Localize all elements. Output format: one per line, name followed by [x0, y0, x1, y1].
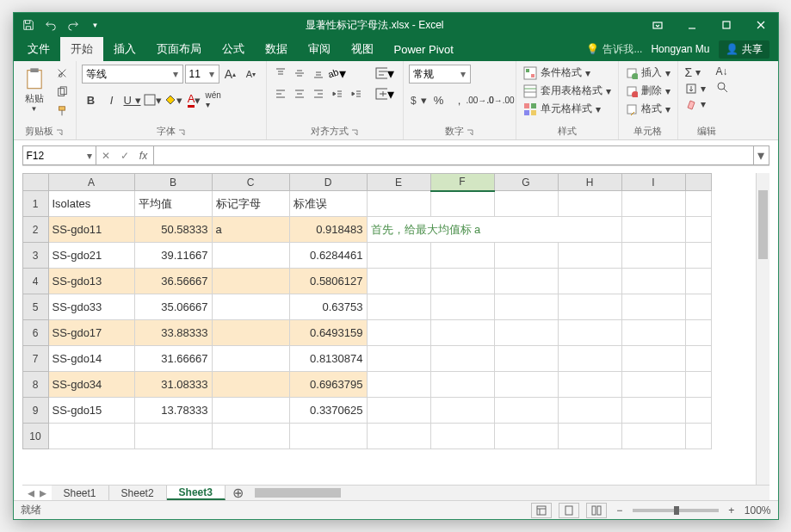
sheet-tab[interactable]: Sheet3	[167, 486, 226, 500]
row-header[interactable]: 10	[22, 424, 48, 449]
cell[interactable]: 标记字母	[212, 191, 289, 217]
format-cells-button[interactable]: 格式 ▾	[624, 101, 672, 117]
fill-button[interactable]: ▾	[683, 82, 708, 96]
cell[interactable]: 0.6284461	[289, 243, 367, 269]
zoom-level[interactable]: 100%	[745, 504, 771, 517]
font-launcher[interactable]	[177, 127, 186, 136]
new-sheet-button[interactable]: ⊕	[226, 486, 251, 500]
row-header[interactable]: 9	[22, 398, 48, 424]
row-header[interactable]: 1	[22, 191, 48, 217]
cell[interactable]	[621, 191, 685, 217]
wrap-text-button[interactable]: ▾	[372, 65, 398, 82]
user-name[interactable]: Hongyan Mu	[651, 43, 709, 55]
decrease-decimal-button[interactable]: .0→.00	[491, 90, 510, 109]
sheet-tab[interactable]: Sheet1	[52, 486, 109, 500]
table-row[interactable]: 6 SS-gdo1733.883330.6493159	[22, 320, 711, 346]
sheet-nav-buttons[interactable]: ◂▸	[22, 486, 52, 500]
format-as-table-button[interactable]: 套用表格格式 ▾	[522, 83, 613, 99]
col-header-g[interactable]: G	[494, 174, 558, 191]
table-row[interactable]: 7 SS-gdo1431.666670.8130874	[22, 346, 711, 372]
zoom-slider[interactable]	[633, 509, 719, 512]
cell[interactable]: 39.11667	[134, 243, 212, 269]
align-left-button[interactable]	[272, 85, 289, 102]
row-header[interactable]: 8	[22, 372, 48, 398]
table-row[interactable]: 1 Isolates 平均值 标记字母 标准误	[22, 191, 711, 217]
decrease-indent-button[interactable]	[329, 85, 346, 102]
table-row[interactable]: 9 SS-gdo1513.783330.3370625	[22, 398, 711, 424]
delete-cells-button[interactable]: 删除 ▾	[624, 83, 672, 99]
tab-powerpivot[interactable]: Power Pivot	[384, 37, 464, 61]
column-headers[interactable]: A B C D E F G H I	[22, 174, 711, 191]
tab-data[interactable]: 数据	[255, 37, 298, 61]
col-header-f[interactable]: F	[430, 174, 494, 191]
font-name-combo[interactable]: 等线▾	[82, 65, 183, 84]
cell[interactable]: SS-gdo11	[48, 217, 134, 243]
col-header-e[interactable]: E	[367, 174, 430, 191]
tab-insert[interactable]: 插入	[103, 37, 146, 61]
border-button[interactable]: ▾	[144, 90, 163, 109]
table-row[interactable]: 2 SS-gdo11 50.58333 a 0.918483 首先，给最大均值标…	[22, 217, 711, 243]
close-button[interactable]	[744, 13, 778, 37]
tell-me-search[interactable]: 💡 告诉我...	[586, 42, 642, 57]
normal-view-button[interactable]	[531, 503, 552, 518]
page-layout-view-button[interactable]	[559, 503, 579, 518]
minimize-button[interactable]	[675, 13, 709, 37]
insert-cells-button[interactable]: 插入 ▾	[624, 65, 672, 81]
annotation-cell[interactable]: 首先，给最大均值标 a	[367, 217, 621, 243]
col-header-c[interactable]: C	[212, 174, 289, 191]
cell[interactable]: SS-gdo21	[48, 243, 134, 269]
row-header[interactable]: 4	[22, 269, 48, 294]
tab-file[interactable]: 文件	[17, 37, 60, 61]
col-header-h[interactable]: H	[558, 174, 621, 191]
tab-home[interactable]: 开始	[60, 37, 103, 61]
row-header[interactable]: 5	[22, 294, 48, 320]
cell[interactable]: 平均值	[134, 191, 212, 217]
percent-button[interactable]: %	[429, 90, 448, 109]
cell[interactable]: 0.918483	[289, 217, 367, 243]
cell[interactable]: Isolates	[48, 191, 134, 217]
align-launcher[interactable]	[350, 127, 359, 136]
col-header-d[interactable]: D	[289, 174, 367, 191]
cell[interactable]: 标准误	[289, 191, 367, 217]
zoom-in-button[interactable]: +	[726, 504, 738, 517]
row-header[interactable]: 3	[22, 243, 48, 269]
sheet-tab[interactable]: Sheet2	[109, 486, 167, 500]
accounting-button[interactable]: $▾	[409, 90, 428, 109]
horizontal-scrollbar[interactable]	[251, 486, 769, 500]
align-top-button[interactable]	[272, 65, 289, 82]
formula-input[interactable]	[154, 145, 754, 165]
table-row[interactable]: 3 SS-gdo2139.116670.6284461	[22, 243, 711, 269]
align-center-button[interactable]	[291, 85, 308, 102]
phonetic-button[interactable]: wén ▾	[206, 90, 225, 109]
cell[interactable]	[212, 243, 289, 269]
find-select-button[interactable]	[714, 80, 730, 94]
cell-styles-button[interactable]: 单元格样式 ▾	[522, 101, 613, 117]
align-right-button[interactable]	[310, 85, 327, 102]
tab-formulas[interactable]: 公式	[212, 37, 255, 61]
format-painter-button[interactable]	[53, 102, 71, 120]
cell[interactable]	[430, 191, 494, 217]
number-format-combo[interactable]: 常规▾	[409, 65, 471, 84]
clear-button[interactable]: ▾	[683, 97, 708, 111]
redo-button[interactable]	[64, 15, 83, 34]
table-row[interactable]: 10	[22, 424, 711, 449]
save-button[interactable]	[19, 15, 38, 34]
cut-button[interactable]	[53, 65, 71, 82]
row-header[interactable]: 7	[22, 346, 48, 372]
tab-layout[interactable]: 页面布局	[146, 37, 212, 61]
font-color-button[interactable]: A▾	[185, 90, 204, 109]
decrease-font-button[interactable]: A▾	[242, 65, 261, 84]
cell[interactable]: 50.58333	[134, 217, 212, 243]
zoom-out-button[interactable]: −	[614, 504, 626, 517]
select-all-corner[interactable]	[22, 174, 48, 191]
insert-function-button[interactable]: fx	[134, 150, 153, 162]
col-header-b[interactable]: B	[134, 174, 212, 191]
merge-button[interactable]: ▾	[372, 85, 398, 102]
increase-font-button[interactable]: A▴	[221, 65, 240, 84]
orientation-button[interactable]: ab▾	[329, 65, 346, 82]
cell[interactable]	[621, 217, 685, 243]
vertical-scrollbar[interactable]	[756, 173, 769, 485]
tab-view[interactable]: 视图	[341, 37, 384, 61]
copy-button[interactable]	[53, 84, 71, 101]
align-bottom-button[interactable]	[310, 65, 327, 82]
